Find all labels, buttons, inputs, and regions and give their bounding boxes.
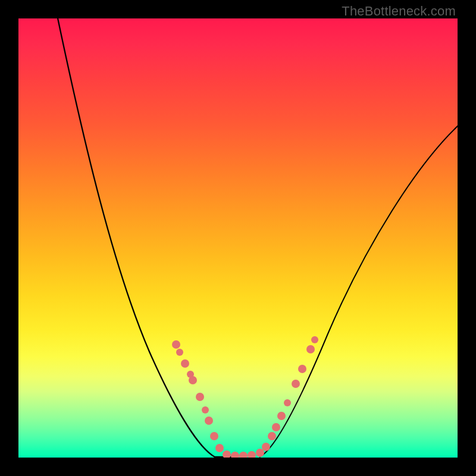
data-point — [256, 449, 264, 457]
data-point — [284, 399, 291, 406]
data-point — [306, 345, 315, 353]
data-point — [172, 340, 180, 349]
data-point — [262, 443, 270, 451]
data-point — [248, 451, 256, 458]
data-point — [239, 452, 248, 458]
data-point — [210, 432, 218, 440]
left-curve — [57, 18, 233, 457]
data-point — [292, 380, 300, 388]
data-point — [298, 365, 306, 373]
dots-group — [172, 336, 318, 458]
data-point — [215, 444, 224, 452]
data-point — [205, 416, 213, 425]
watermark-text: TheBottleneck.com — [342, 4, 456, 19]
data-point — [196, 393, 204, 401]
data-point — [181, 359, 189, 368]
plot-area — [18, 18, 458, 458]
data-point — [272, 423, 280, 431]
data-point — [311, 336, 318, 343]
data-point — [277, 412, 286, 420]
curves-svg — [18, 18, 458, 458]
chart-frame: TheBottleneck.com — [0, 0, 476, 476]
data-point — [189, 376, 197, 384]
data-point — [268, 432, 276, 440]
data-point — [223, 450, 231, 458]
data-point — [231, 452, 239, 458]
right-curve — [259, 120, 458, 457]
data-point — [202, 406, 209, 414]
data-point — [176, 349, 183, 356]
